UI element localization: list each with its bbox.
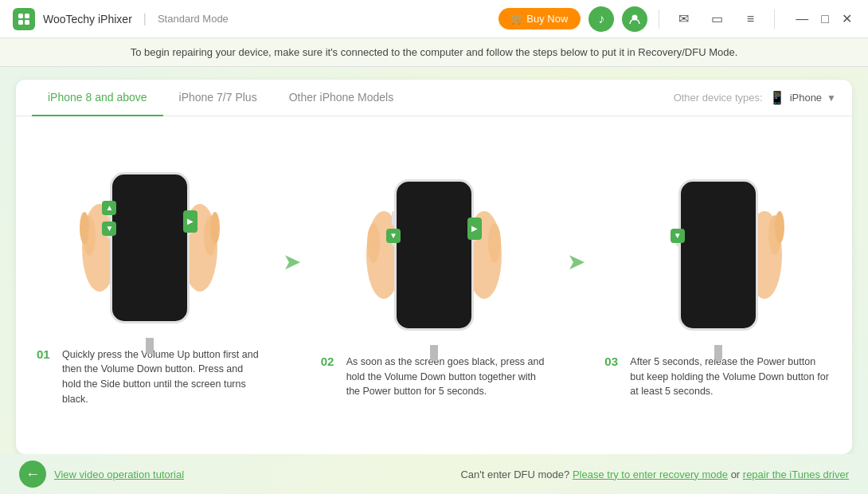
app-name: WooTechy iPhixer — [43, 13, 132, 25]
footer: ← View video operation tutorial Can't en… — [0, 454, 868, 494]
phone-body-1 — [110, 172, 190, 323]
phone-cable-2 — [430, 345, 438, 361]
other-device-label: Other device types: — [674, 92, 763, 104]
green-side-btn: ▶ — [183, 210, 197, 233]
green-power-btn-2: ▶ — [467, 218, 482, 240]
window-controls: — □ ✕ — [792, 11, 855, 26]
title-divider: | — [143, 12, 147, 26]
device-type-selector: Other device types: 📱 iPhone ▼ — [674, 90, 836, 105]
phone-body-3 — [678, 179, 758, 331]
arrow-2: ➤ — [552, 249, 600, 275]
user-avatar-btn[interactable] — [622, 6, 647, 32]
step-text-1: Quickly press the Volume Up button first… — [62, 347, 264, 407]
mode-label: Standard Mode — [158, 13, 229, 25]
phone-small-icon: 📱 — [769, 90, 785, 105]
next-arrow-icon-1: ➤ — [283, 249, 301, 275]
music-icon-btn[interactable]: ♪ — [588, 6, 614, 32]
step-text-3: After 5 seconds, release the Power butto… — [630, 355, 831, 399]
phone-illustration-3: ▼ — [655, 171, 782, 347]
step-num-2: 02 — [321, 355, 340, 368]
vol-up-indicator-2 — [392, 211, 395, 225]
phone-cable-1 — [146, 338, 154, 354]
step-text-2: As soon as the screen goes black, press … — [346, 355, 548, 399]
maximize-button[interactable]: □ — [818, 12, 832, 26]
main-content: iPhone 8 and above iPhone 7/7 Plus Other… — [0, 67, 868, 454]
footer-right: Can't enter DFU mode? Please try to ente… — [460, 469, 849, 480]
green-vol-down-3: ▼ — [671, 229, 685, 243]
footer-left: ← View video operation tutorial — [19, 461, 184, 488]
tabs-bar: iPhone 8 and above iPhone 7/7 Plus Other… — [16, 80, 852, 116]
step-num-3: 03 — [604, 355, 624, 368]
green-vol-down: ▼ — [102, 222, 116, 236]
svg-point-7 — [80, 212, 89, 244]
close-button[interactable]: ✕ — [839, 11, 855, 26]
titlebar-left: WooTechy iPhixer | Standard Mode — [13, 8, 499, 30]
chevron-down-icon: ▼ — [827, 92, 836, 104]
info-text: To begin repairing your device, make sur… — [131, 46, 738, 58]
svg-rect-1 — [25, 14, 29, 18]
green-vol-up: ▲ — [102, 201, 116, 215]
phone-body-2 — [394, 179, 474, 331]
back-button[interactable]: ← — [19, 461, 46, 488]
tab-iphone8[interactable]: iPhone 8 and above — [32, 80, 163, 116]
phone-notch-2 — [418, 190, 450, 196]
device-selected-text: iPhone — [790, 92, 822, 104]
cant-enter-text: Can't enter DFU mode? — [460, 469, 569, 480]
tab-other-models[interactable]: Other iPhone Models — [273, 80, 410, 116]
phone-illustration-1: ▲ ▼ ▶ — [86, 164, 213, 339]
step-num-1: 01 — [37, 347, 56, 361]
phones-row: ▲ ▼ ▶ 01 Quickly press the Volume U — [32, 116, 836, 446]
itunes-driver-link[interactable]: repair the iTunes driver — [743, 469, 849, 480]
minimize-button[interactable]: — — [792, 12, 811, 26]
menu-icon-btn[interactable]: ≡ — [737, 6, 763, 32]
video-tutorial-link[interactable]: View video operation tutorial — [54, 469, 184, 480]
svg-rect-0 — [18, 14, 23, 18]
info-bar: To begin repairing your device, make sur… — [0, 38, 868, 67]
phone-step-2: ▼ ▶ 02 As soon as the screen goes black,… — [316, 171, 553, 399]
arrow-1: ➤ — [268, 249, 316, 275]
toolbar-separator — [659, 10, 659, 29]
phone-step-1: ▲ ▼ ▶ 01 Quickly press the Volume U — [32, 164, 268, 407]
phone-step-3: ▼ 03 After 5 seconds, release the Power … — [600, 171, 836, 399]
tab-iphone7[interactable]: iPhone 7/7 Plus — [163, 80, 273, 116]
phone-notch-3 — [702, 190, 734, 196]
phone-cable-3 — [714, 345, 722, 361]
card: iPhone 8 and above iPhone 7/7 Plus Other… — [16, 80, 852, 454]
next-arrow-icon-2: ➤ — [567, 249, 585, 275]
phone-notch-1 — [134, 182, 166, 189]
svg-point-12 — [367, 223, 380, 263]
toolbar-separator2 — [774, 10, 775, 29]
mail-icon-btn[interactable]: ✉ — [671, 6, 696, 32]
chat-icon-btn[interactable]: ▭ — [704, 6, 729, 32]
steps-area: ▲ ▼ ▶ 01 Quickly press the Volume U — [16, 116, 852, 454]
buy-now-button[interactable]: 🛒 Buy Now — [499, 8, 581, 29]
titlebar: WooTechy iPhixer | Standard Mode 🛒 Buy N… — [0, 0, 868, 38]
device-select-dropdown[interactable]: 📱 iPhone ▼ — [769, 90, 836, 105]
app-logo — [13, 8, 35, 30]
svg-point-10 — [210, 212, 220, 244]
recovery-mode-link[interactable]: Please try to enter recovery mode — [573, 469, 728, 480]
svg-rect-3 — [25, 20, 29, 25]
svg-point-17 — [775, 211, 784, 243]
svg-rect-2 — [18, 20, 23, 25]
titlebar-right: 🛒 Buy Now ♪ ✉ ▭ ≡ — □ ✕ — [499, 6, 855, 32]
svg-point-14 — [488, 223, 501, 263]
green-vol-down-2: ▼ — [386, 229, 401, 243]
phone-illustration-2: ▼ ▶ — [370, 171, 498, 347]
or-text: or — [731, 469, 741, 480]
